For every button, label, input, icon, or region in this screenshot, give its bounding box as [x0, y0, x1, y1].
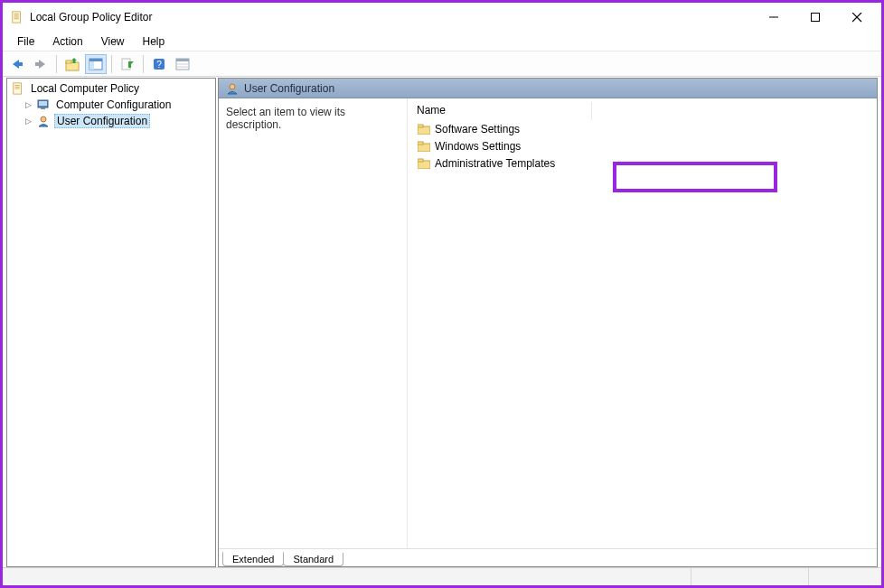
svg-rect-29 — [41, 107, 45, 109]
forward-button[interactable] — [30, 54, 52, 74]
list-item-label: Windows Settings — [435, 140, 521, 153]
svg-rect-9 — [18, 62, 23, 66]
help-button[interactable]: ? — [148, 54, 170, 74]
app-icon — [10, 10, 24, 24]
tab-extended[interactable]: Extended — [222, 552, 284, 566]
list-header-name[interactable]: Name — [411, 102, 592, 120]
statusbar-pane — [809, 568, 881, 585]
expander-icon[interactable]: ▷ — [25, 100, 36, 109]
toolbar-separator — [56, 55, 57, 73]
expander-icon[interactable]: ▷ — [25, 117, 36, 126]
export-button[interactable] — [117, 54, 138, 74]
svg-point-31 — [230, 84, 235, 89]
toolbar-separator — [143, 55, 144, 73]
window-title: Local Group Policy Editor — [30, 11, 753, 23]
window-controls — [753, 5, 878, 30]
menu-action[interactable]: Action — [43, 33, 91, 50]
user-icon — [36, 114, 51, 128]
svg-rect-20 — [176, 59, 189, 61]
detail-body: Select an item to view its description. … — [219, 98, 877, 548]
svg-rect-28 — [39, 101, 47, 106]
tree-root[interactable]: Local Computer Policy — [9, 80, 213, 97]
description-prompt: Select an item to view its description. — [226, 106, 345, 131]
list-item-label: Software Settings — [435, 123, 520, 135]
filter-button[interactable] — [172, 54, 193, 74]
tree-item-label: Computer Configuration — [54, 98, 173, 111]
window-frame: Local Group Policy Editor File Action Vi… — [0, 0, 884, 588]
tree-item-user-configuration[interactable]: ▷ User Configuration — [9, 113, 213, 129]
minimize-button[interactable] — [753, 5, 795, 30]
menu-help[interactable]: Help — [134, 33, 174, 50]
detail-pane: User Configuration Select an item to vie… — [218, 78, 878, 567]
svg-rect-12 — [66, 61, 71, 63]
statusbar-pane — [691, 568, 809, 585]
svg-text:?: ? — [156, 60, 162, 70]
computer-icon — [36, 98, 51, 112]
description-column: Select an item to view its description. — [219, 98, 407, 548]
list-column[interactable]: Name Software Settings Windows Settings … — [407, 98, 877, 548]
svg-rect-35 — [418, 142, 423, 145]
tree-root-label: Local Computer Policy — [29, 82, 141, 95]
maximize-button[interactable] — [795, 5, 836, 30]
list-item-label: Administrative Templates — [435, 157, 555, 170]
toolbar-separator — [111, 55, 112, 73]
svg-rect-37 — [418, 159, 423, 162]
list-item[interactable]: Administrative Templates — [411, 154, 877, 172]
svg-rect-6 — [812, 14, 820, 22]
view-tabs: Extended Standard — [219, 548, 877, 566]
tree-item-label: User Configuration — [54, 114, 150, 128]
list-item[interactable]: Windows Settings — [411, 137, 877, 154]
menu-view[interactable]: View — [92, 33, 134, 50]
content-area: Local Computer Policy ▷ Computer Configu… — [3, 77, 881, 567]
menubar: File Action View Help — [3, 32, 881, 51]
svg-rect-14 — [89, 59, 102, 61]
tree-pane[interactable]: Local Computer Policy ▷ Computer Configu… — [6, 78, 216, 567]
tree-item-computer-configuration[interactable]: ▷ Computer Configuration — [9, 97, 213, 113]
detail-header-title: User Configuration — [244, 82, 334, 95]
up-button[interactable] — [61, 54, 83, 74]
back-button[interactable] — [6, 54, 28, 74]
tab-standard[interactable]: Standard — [283, 553, 343, 566]
document-icon — [11, 81, 25, 96]
folder-icon — [417, 122, 431, 136]
user-icon — [226, 82, 239, 95]
statusbar-pane — [3, 568, 691, 585]
detail-header: User Configuration — [219, 79, 877, 98]
folder-icon — [417, 139, 431, 154]
svg-rect-15 — [89, 61, 94, 70]
toolbar: ? — [3, 51, 881, 77]
folder-icon — [417, 156, 431, 171]
svg-point-30 — [41, 117, 46, 122]
close-button[interactable] — [836, 5, 878, 30]
show-hide-tree-button[interactable] — [85, 54, 107, 74]
svg-rect-10 — [35, 62, 40, 66]
menu-file[interactable]: File — [8, 33, 43, 50]
list-item[interactable]: Software Settings — [411, 120, 877, 137]
svg-rect-33 — [418, 125, 423, 127]
statusbar — [3, 567, 881, 585]
titlebar: Local Group Policy Editor — [3, 3, 881, 32]
